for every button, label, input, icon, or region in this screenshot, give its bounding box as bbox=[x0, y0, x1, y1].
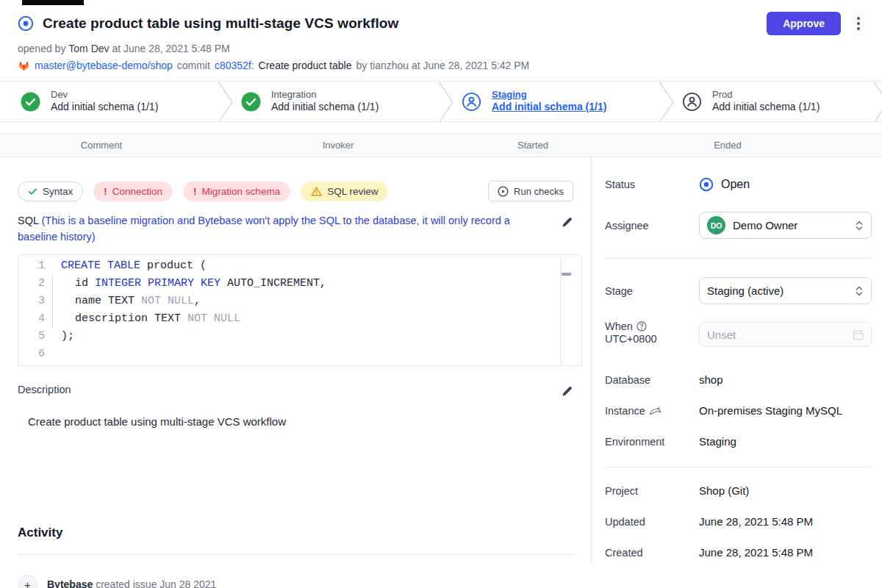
stage-task: Add initial schema (1/1) bbox=[271, 101, 379, 114]
description-header: Description bbox=[18, 382, 573, 397]
check-badge-connection[interactable]: ! Connection bbox=[93, 182, 173, 201]
code-scrollbar[interactable] bbox=[560, 255, 571, 365]
when-row: When UTC+0800 Unset bbox=[605, 320, 872, 347]
column-invoker: Invoker bbox=[323, 140, 354, 151]
activity-heading: Activity bbox=[18, 526, 573, 540]
code-line: 6 bbox=[18, 345, 581, 363]
stage-name: Prod bbox=[712, 89, 820, 101]
error-icon: ! bbox=[104, 186, 107, 197]
database-value: shop bbox=[699, 373, 723, 386]
instance-label: Instance bbox=[605, 405, 645, 417]
check-badge-syntax[interactable]: Syntax bbox=[18, 182, 83, 201]
code-line: 3 name TEXT NOT NULL, bbox=[18, 293, 581, 310]
project-value: Shop (Git) bbox=[699, 484, 749, 497]
plus-icon: + bbox=[18, 575, 37, 588]
issue-sidebar: Status Open Assignee DO Demo Owner bbox=[592, 157, 882, 564]
issue-author: Tom Dev bbox=[68, 43, 109, 54]
database-row: Database shop bbox=[605, 373, 872, 386]
stage-label: Stage bbox=[605, 285, 699, 297]
calendar-icon bbox=[853, 329, 864, 340]
updated-row: Updated June 28, 2021 5:48 PM bbox=[605, 515, 872, 528]
status-row: Status Open bbox=[605, 177, 872, 192]
stage-name: Integration bbox=[271, 89, 379, 101]
edit-description-icon[interactable] bbox=[562, 385, 573, 397]
when-placeholder: Unset bbox=[707, 329, 853, 341]
commit-message: Create product table bbox=[259, 60, 352, 71]
database-label: Database bbox=[605, 374, 699, 386]
vcs-branch-link[interactable]: master@bytebase-demo/shop bbox=[35, 60, 173, 71]
check-icon bbox=[28, 187, 37, 196]
when-label: When bbox=[605, 320, 633, 332]
stage-integration[interactable]: Integration Add initial schema (1/1) bbox=[220, 82, 441, 121]
title-row: Create product table using multi-stage V… bbox=[18, 12, 864, 35]
project-row: Project Shop (Git) bbox=[605, 484, 872, 497]
assignee-row: Assignee DO Demo Owner bbox=[605, 212, 872, 239]
sidebar-divider bbox=[605, 467, 872, 467]
code-scrollbar-thumb[interactable] bbox=[562, 273, 571, 276]
sql-label: SQL bbox=[18, 215, 38, 226]
instance-value: On-premises Staging MySQL bbox=[699, 404, 842, 417]
title-actions: Approve bbox=[767, 12, 864, 35]
sql-section-header: SQL (This is a baseline migration and By… bbox=[18, 213, 573, 245]
stage-dev[interactable]: Dev Add initial schema (1/1) bbox=[0, 82, 220, 121]
environment-label: Environment bbox=[605, 436, 699, 448]
sql-baseline-note: (This is a baseline migration and Byteba… bbox=[18, 215, 510, 243]
commit-meta: by tianzhou at June 28, 2021 5:42 PM bbox=[356, 60, 529, 71]
activity-description: created issue Jun 28 2021 bbox=[96, 578, 216, 588]
column-ended: Ended bbox=[714, 140, 742, 151]
assignee-avatar: DO bbox=[707, 216, 725, 234]
column-started: Started bbox=[517, 140, 548, 151]
check-badge-migration-schema[interactable]: ! Migration schema bbox=[183, 182, 290, 201]
description-label: Description bbox=[18, 384, 71, 395]
stage-prod[interactable]: Prod Add initial schema (1/1) bbox=[662, 82, 882, 121]
stage-staging-active[interactable]: Staging Add initial schema (1/1) bbox=[441, 82, 662, 121]
more-options-icon[interactable] bbox=[853, 14, 864, 33]
gitlab-icon bbox=[18, 60, 30, 71]
when-date-input[interactable]: Unset bbox=[699, 322, 872, 347]
created-value: June 28, 2021 5:48 PM bbox=[699, 546, 813, 559]
task-table-header: Comment Invoker Started Ended bbox=[0, 133, 882, 157]
commit-hash-link[interactable]: c80352f: bbox=[215, 60, 254, 71]
sql-editor[interactable]: 1 CREATE TABLE product ( 2 id INTEGER PR… bbox=[18, 254, 582, 366]
status-label: Status bbox=[605, 179, 699, 190]
stage-name: Staging bbox=[492, 89, 606, 101]
vcs-commit-line: master@bytebase-demo/shop commit c80352f… bbox=[18, 60, 864, 81]
code-line: 1 CREATE TABLE product ( bbox=[18, 257, 581, 275]
assignee-select[interactable]: DO Demo Owner bbox=[699, 212, 872, 239]
run-checks-button[interactable]: Run checks bbox=[488, 181, 573, 201]
badge-label: Syntax bbox=[43, 186, 73, 197]
issue-title: Create product table using multi-stage V… bbox=[43, 15, 398, 32]
chevron-updown-icon bbox=[855, 220, 864, 232]
badge-label: Migration schema bbox=[202, 186, 281, 197]
chevron-updown-icon bbox=[855, 285, 864, 297]
assignee-label: Assignee bbox=[605, 220, 699, 232]
opened-by-line: opened by Tom Dev at June 28, 2021 5:48 … bbox=[18, 43, 864, 54]
issue-open-icon bbox=[18, 15, 34, 32]
stage-task: Add initial schema (1/1) bbox=[712, 101, 820, 114]
sidebar-divider bbox=[605, 258, 872, 259]
opened-at-time: at June 28, 2021 5:48 PM bbox=[112, 43, 229, 54]
stage-done-icon bbox=[21, 92, 40, 112]
approve-button[interactable]: Approve bbox=[767, 12, 841, 35]
stage-select[interactable]: Staging (active) bbox=[699, 277, 872, 304]
warning-icon bbox=[311, 187, 322, 196]
environment-row: Environment Staging bbox=[605, 435, 872, 448]
badge-label: SQL review bbox=[327, 186, 378, 197]
stage-task: Add initial schema (1/1) bbox=[51, 101, 158, 114]
edit-sql-icon[interactable] bbox=[562, 216, 573, 245]
browser-artifact-bar bbox=[22, 0, 84, 5]
project-label: Project bbox=[605, 485, 699, 497]
help-icon[interactable] bbox=[637, 321, 647, 331]
stage-pending-icon bbox=[682, 92, 702, 112]
main-content: Syntax ! Connection ! Migration schema S… bbox=[0, 157, 882, 564]
description-text[interactable]: Create product table using multi-stage V… bbox=[18, 415, 573, 428]
instance-row: Instance On-premises Staging MySQL bbox=[605, 404, 872, 417]
activity-divider bbox=[18, 554, 573, 555]
environment-value: Staging bbox=[699, 435, 736, 448]
bytebase-issue-page: Create product table using multi-stage V… bbox=[0, 0, 882, 588]
assignee-value: Demo Owner bbox=[733, 219, 847, 232]
check-badge-sql-review[interactable]: SQL review bbox=[301, 182, 388, 201]
status-open-icon bbox=[699, 177, 714, 192]
stage-done-icon bbox=[241, 92, 261, 112]
code-line: 5 ); bbox=[18, 328, 581, 345]
